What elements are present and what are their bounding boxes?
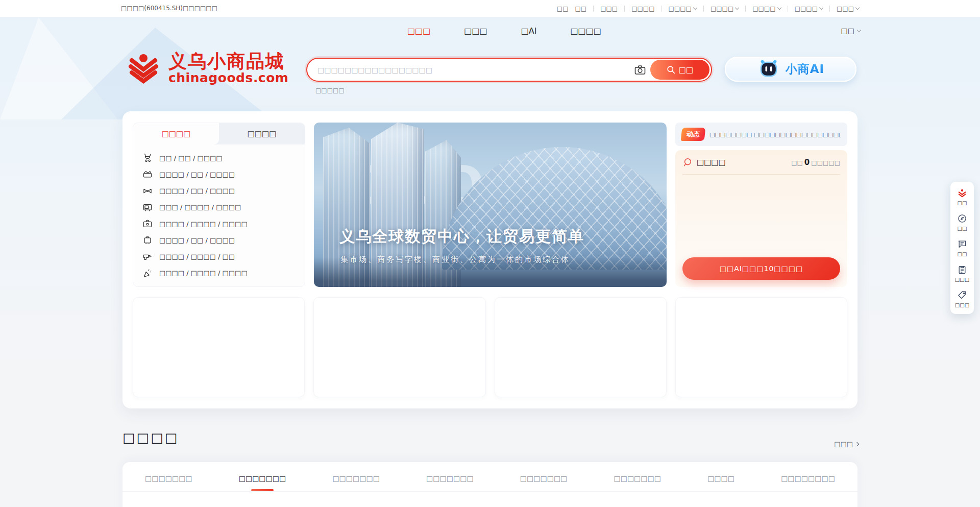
topbar-dropdown-1[interactable]: □□□□ — [669, 5, 697, 12]
page: □□□□(600415.SH)□□□□□□ □□ □□ □□□ □□□□ □□□… — [0, 0, 980, 507]
market-tab-3[interactable]: □□□□□□□ — [332, 474, 380, 491]
category-row[interactable]: □□□ / □□□□ / □□□□ — [135, 199, 303, 215]
market-tab-6[interactable]: □□□□□□□ — [614, 474, 661, 491]
hero-banner[interactable]: GLOBAL 义乌全球数贸中心，让贸易更简单 集市场、商务写字楼、商业街、公寓为… — [314, 123, 667, 287]
category-row[interactable]: □□ / □□ / □□□□ — [135, 150, 303, 166]
placeholder-card — [495, 297, 667, 397]
compass-icon — [957, 213, 967, 224]
category-tab-2[interactable]: □□□□ — [219, 123, 305, 144]
camera-icon — [634, 64, 646, 76]
topbar-menu: □□ □□ □□□ □□□□ □□□□ □□□□ □□□□ □□□□ □□□ — [557, 0, 859, 17]
search-input[interactable] — [307, 59, 630, 81]
suitcase-icon — [142, 235, 153, 245]
nav-tab-2[interactable]: □□□ — [464, 26, 487, 36]
topbar-dropdown-4[interactable]: □□□□ — [795, 5, 823, 12]
xiaoshang-ai-button[interactable]: 小商AI — [725, 57, 856, 82]
category-row[interactable]: □□□□ / □□ / □□□□ — [135, 232, 303, 248]
category-panel: □□□□ □□□□ □□ / □□ / □□□□ □□□□ / □□ / □□□… — [133, 123, 305, 287]
section-more-link[interactable]: □□□ — [834, 440, 859, 448]
market-tab-8[interactable]: □□□□□□□□ — [781, 474, 835, 491]
site-logo[interactable]: 义乌小商品城 chinagoods.com — [125, 49, 288, 88]
purchase-list-panel: □□□□ □□0□□□□□ □□AI□□□10□□□□ — [675, 150, 847, 287]
company-stock-info: □□□□(600415.SH)□□□□□□ — [121, 0, 217, 17]
news-badge: 动态 — [681, 128, 706, 141]
tv-icon — [142, 202, 153, 212]
divider — [703, 6, 704, 12]
category-row[interactable]: □□□□ / □□□□ / □□□□ — [135, 265, 303, 281]
news-ticker[interactable]: 动态 □□□□□□□□ □□□□□□□□□□□□□□□□□□ — [675, 123, 847, 146]
toolbar-explore[interactable]: □□ — [957, 213, 967, 231]
tag-icon — [957, 290, 967, 300]
topbar-item-2[interactable]: □□ — [575, 5, 586, 12]
clipboard-icon — [957, 264, 967, 275]
section-title: □□□□ — [122, 430, 179, 445]
category-row[interactable]: □□□□ / □□ / □□□□ — [135, 183, 303, 199]
chevron-down-icon — [855, 6, 860, 10]
logo-chinese-name: 义乌小商品城 — [168, 52, 288, 71]
briefcase-icon — [142, 219, 153, 229]
placeholder-card — [675, 297, 847, 397]
logo-text: 义乌小商品城 chinagoods.com — [168, 52, 288, 86]
chevron-down-icon — [735, 6, 739, 10]
purchase-count: □□0□□□□□ — [791, 158, 840, 167]
topbar-item-1[interactable]: □□ — [557, 5, 569, 12]
logo-mark-icon — [125, 49, 162, 88]
nav-tab-4[interactable]: □□□□ — [571, 26, 601, 36]
logo-icon — [957, 188, 967, 198]
image-search-button[interactable] — [630, 60, 650, 80]
main-nav: □□□ □□□ □AI □□□□ □□ — [0, 17, 980, 44]
topbar-item-4[interactable]: □□□□ — [631, 5, 654, 12]
ai-button-label: 小商AI — [786, 61, 824, 77]
tissue-box-icon — [142, 169, 153, 179]
market-tab-1[interactable]: □□□□□□□ — [145, 474, 192, 491]
floating-toolbar: □□ □□ □□ □□□ □□□ — [950, 182, 974, 314]
language-selector[interactable]: □□ — [841, 17, 861, 44]
divider — [662, 6, 662, 12]
divider — [593, 6, 594, 12]
toolbar-home[interactable]: □□ — [957, 188, 967, 206]
stroller-icon — [142, 153, 153, 163]
category-list: □□ / □□ / □□□□ □□□□ / □□ / □□□□ □□□□ / □… — [133, 144, 305, 286]
nav-tab-ai[interactable]: □AI — [521, 26, 537, 36]
main-panel: □□□□ □□□□ □□ / □□ / □□□□ □□□□ / □□ / □□□… — [122, 111, 857, 408]
drill-icon — [142, 252, 153, 262]
topbar: □□□□(600415.SH)□□□□□□ □□ □□ □□□ □□□□ □□□… — [0, 0, 980, 17]
placeholder-card — [313, 297, 485, 397]
placeholder-cards — [133, 297, 847, 397]
toolbar-list[interactable]: □□□ — [955, 264, 969, 282]
purchase-list-title: □□□□ — [697, 158, 726, 167]
topbar-dropdown-2[interactable]: □□□□ — [710, 5, 739, 12]
divider — [624, 6, 625, 12]
topbar-dropdown-5[interactable]: □□□ — [837, 5, 859, 12]
category-tabs: □□□□ □□□□ — [133, 123, 305, 144]
markets-card: □□□□□□□ □□□□□□□ □□□□□□□ □□□□□□□ □□□□□□□ … — [122, 462, 857, 507]
market-tab-5[interactable]: □□□□□□□ — [520, 474, 568, 491]
divider — [829, 6, 830, 12]
market-tab-4[interactable]: □□□□□□□ — [426, 474, 474, 491]
chevron-down-icon — [777, 6, 781, 10]
market-tab-7[interactable]: □□□□ — [707, 474, 734, 491]
divider — [788, 6, 788, 12]
topbar-item-3[interactable]: □□□ — [600, 5, 618, 12]
search-icon — [667, 65, 675, 74]
chevron-down-icon — [693, 6, 697, 10]
chat-icon — [957, 239, 967, 249]
toolbar-coupon[interactable]: □□□ — [955, 290, 969, 308]
market-tab-2[interactable]: □□□□□□□ — [239, 474, 286, 491]
ai-purchase-button[interactable]: □□AI□□□10□□□□ — [682, 257, 840, 280]
chevron-down-icon — [819, 6, 823, 10]
category-row[interactable]: □□□□ / □□□□ / □□□□ — [135, 216, 303, 232]
category-row[interactable]: □□□□ / □□ / □□□□ — [135, 166, 303, 182]
toolbar-message[interactable]: □□ — [957, 239, 967, 257]
robot-icon — [757, 58, 780, 81]
category-tab-1[interactable]: □□□□ — [133, 123, 219, 144]
topbar-dropdown-3[interactable]: □□□□ — [752, 5, 780, 12]
purchase-list-icon — [682, 157, 693, 167]
bow-icon — [142, 186, 153, 196]
right-column: 动态 □□□□□□□□ □□□□□□□□□□□□□□□□□□ □□□□ □□0□… — [675, 123, 847, 287]
category-row[interactable]: □□□□ / □□□□ / □□ — [135, 249, 303, 264]
search-button[interactable]: □□ — [650, 60, 709, 80]
news-text: □□□□□□□□ □□□□□□□□□□□□□□□□□□ — [709, 131, 841, 138]
party-popper-icon — [142, 268, 153, 278]
nav-tab-find-goods[interactable]: □□□ — [407, 26, 430, 36]
